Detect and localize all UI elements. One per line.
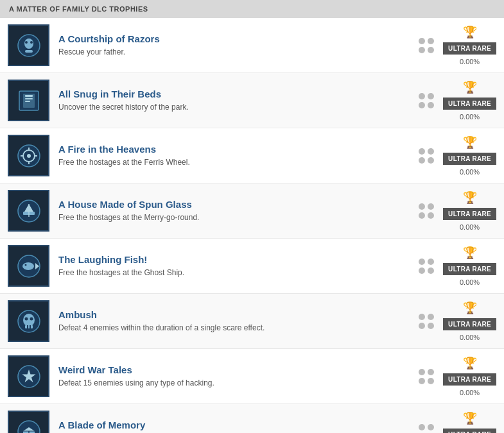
svg-rect-27 — [25, 325, 33, 328]
dot — [428, 267, 434, 274]
trophy-icon-snug — [8, 80, 49, 121]
svg-rect-7 — [25, 95, 33, 97]
trophy-cup-courtship: 🏆 — [463, 25, 477, 39]
dot — [419, 157, 425, 164]
dot — [419, 102, 425, 108]
rarity-pct-ambush: 0.00% — [460, 334, 480, 341]
rarity-badge-courtship: ULTRA RARE — [443, 42, 496, 55]
dot — [428, 369, 434, 375]
trophy-row: The Laughing Fish! Free the hostages at … — [0, 239, 504, 294]
trophy-right-snug: 🏆 ULTRA RARE 0.00% — [419, 80, 496, 121]
dots-grid-fire — [419, 148, 434, 164]
svg-rect-9 — [25, 101, 30, 102]
dot — [419, 212, 425, 219]
trophy-desc-fire: Free the hostages at the Ferris Wheel. — [58, 157, 419, 168]
rarity-pct-glass: 0.00% — [460, 223, 480, 231]
trophy-desc-war: Defeat 15 enemies using any type of hack… — [58, 378, 419, 389]
dot — [419, 314, 425, 320]
rarity-badge-ambush: ULTRA RARE — [443, 318, 496, 330]
svg-rect-8 — [25, 98, 33, 99]
dot — [428, 93, 434, 99]
dot — [419, 47, 425, 53]
trophy-name-fish: The Laughing Fish! — [58, 254, 419, 265]
dots-grid-war — [419, 369, 434, 384]
dots-grid-glass — [419, 203, 434, 219]
trophy-desc-glass: Free the hostages at the Merry-go-round. — [58, 212, 419, 223]
dot — [419, 267, 425, 274]
svg-point-26 — [23, 314, 35, 327]
svg-point-4 — [30, 41, 33, 44]
dots-grid-blade — [419, 424, 434, 434]
svg-rect-31 — [30, 325, 31, 328]
trophy-cup-fish: 🏆 — [463, 246, 477, 260]
trophy-right-war: 🏆 ULTRA RARE 0.00% — [419, 356, 496, 396]
trophy-row: A Blade of Memory Destroy all Teeth, Bal… — [0, 404, 504, 433]
dot — [428, 203, 434, 210]
trophy-cup-glass: 🏆 — [463, 191, 477, 205]
trophy-icon-war — [8, 355, 49, 397]
trophy-desc-snug: Uncover the secret history of the park. — [58, 102, 419, 113]
rarity-badge-war: ULTRA RARE — [443, 373, 496, 386]
svg-rect-30 — [27, 325, 28, 328]
trophy-row: A Fire in the Heavens Free the hostages … — [0, 128, 504, 183]
trophy-info-fish: The Laughing Fish! Free the hostages at … — [58, 254, 419, 278]
trophy-icon-ambush — [8, 300, 49, 342]
trophy-row: All Snug in Their Beds Uncover the secre… — [0, 73, 504, 128]
trophy-icon-fish — [8, 245, 49, 287]
trophy-right-courtship: 🏆 ULTRA RARE 0.00% — [419, 25, 496, 65]
dot — [419, 369, 425, 375]
trophy-right-fish: 🏆 ULTRA RARE 0.00% — [419, 246, 496, 286]
trophy-cup-blade: 🏆 — [463, 411, 477, 425]
svg-point-24 — [24, 264, 26, 266]
trophy-info-blade: A Blade of Memory Destroy all Teeth, Bal… — [58, 420, 419, 433]
trophy-row: Weird War Tales Defeat 15 enemies using … — [0, 349, 504, 404]
dot — [419, 323, 425, 329]
rarity-badge-blade: ULTRA RARE — [443, 429, 496, 433]
trophy-info-war: Weird War Tales Defeat 15 enemies using … — [58, 364, 419, 389]
trophy-name-war: Weird War Tales — [58, 364, 419, 375]
dot — [428, 102, 434, 108]
dot — [428, 378, 434, 384]
rarity-pct-war: 0.00% — [460, 389, 480, 396]
dot — [428, 38, 434, 44]
dots-grid-fish — [419, 259, 434, 274]
trophy-icon-courtship — [8, 24, 49, 66]
trophy-info-fire: A Fire in the Heavens Free the hostages … — [58, 144, 419, 168]
dot — [419, 148, 425, 155]
trophy-name-courtship: A Courtship of Razors — [58, 33, 419, 44]
dot — [428, 314, 434, 320]
dots-grid-ambush — [419, 314, 434, 329]
dot — [428, 47, 434, 53]
dot — [428, 323, 434, 329]
trophy-icon-glass — [8, 190, 49, 232]
dot — [428, 424, 434, 430]
trophy-row: Ambush Defeat 4 enemies within the durat… — [0, 294, 504, 349]
dot — [419, 203, 425, 210]
trophy-icon-fire — [8, 135, 49, 176]
svg-point-1 — [24, 38, 33, 49]
trophy-info-courtship: A Courtship of Razors Rescue your father… — [58, 33, 419, 58]
trophy-desc-ambush: Defeat 4 enemies within the duration of … — [58, 323, 419, 334]
svg-point-12 — [27, 154, 31, 158]
dots-grid-courtship — [419, 38, 434, 53]
trophy-name-fire: A Fire in the Heavens — [58, 144, 419, 155]
trophy-name-snug: All Snug in Their Beds — [58, 89, 419, 99]
svg-point-28 — [24, 317, 28, 320]
dot — [428, 148, 434, 155]
dot — [428, 157, 434, 164]
trophy-cup-snug: 🏆 — [463, 80, 477, 94]
rarity-pct-fish: 0.00% — [460, 278, 480, 286]
svg-point-22 — [22, 262, 34, 270]
trophy-right-glass: 🏆 ULTRA RARE 0.00% — [419, 191, 496, 231]
dot — [419, 424, 425, 430]
trophy-info-ambush: Ambush Defeat 4 enemies within the durat… — [58, 309, 419, 334]
dot — [419, 38, 425, 44]
rarity-pct-fire: 0.00% — [460, 168, 480, 176]
dot — [419, 378, 425, 384]
dot — [428, 212, 434, 219]
svg-point-3 — [25, 41, 28, 44]
rarity-badge-glass: ULTRA RARE — [443, 208, 496, 220]
rarity-badge-fish: ULTRA RARE — [443, 263, 496, 275]
trophy-row: A House Made of Spun Glass Free the host… — [0, 183, 504, 239]
trophy-cup-fire: 🏆 — [463, 135, 477, 149]
